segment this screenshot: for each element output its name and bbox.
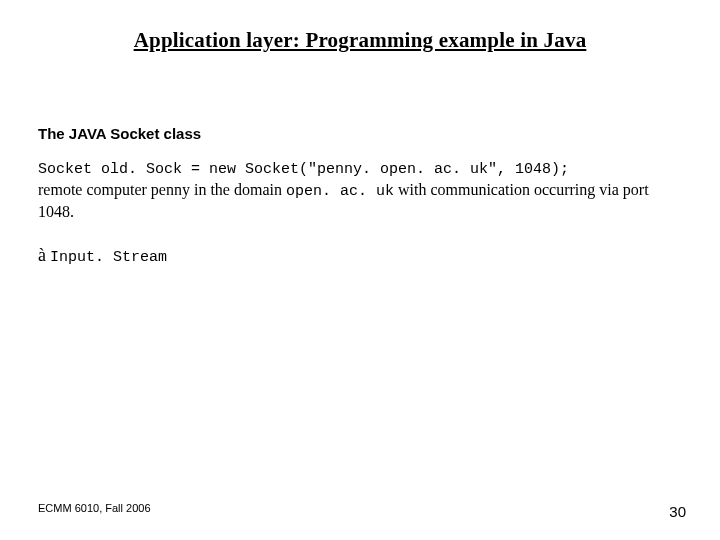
arrow-code: Input. Stream bbox=[50, 249, 167, 266]
slide-number: 30 bbox=[669, 503, 686, 520]
footer-course: ECMM 6010, Fall 2006 bbox=[38, 502, 151, 514]
arrow-icon: à bbox=[38, 245, 46, 265]
arrow-line: àInput. Stream bbox=[38, 245, 682, 266]
body-paragraph: remote computer penny in the domain open… bbox=[38, 180, 682, 222]
section-heading: The JAVA Socket class bbox=[38, 125, 682, 142]
slide-content: The JAVA Socket class Socket old. Sock =… bbox=[38, 125, 682, 266]
body-prefix: remote computer penny in the domain bbox=[38, 181, 286, 198]
code-declaration: Socket old. Sock = new Socket("penny. op… bbox=[38, 160, 682, 180]
inline-code-domain: open. ac. uk bbox=[286, 183, 394, 200]
slide-title: Application layer: Programming example i… bbox=[0, 28, 720, 53]
